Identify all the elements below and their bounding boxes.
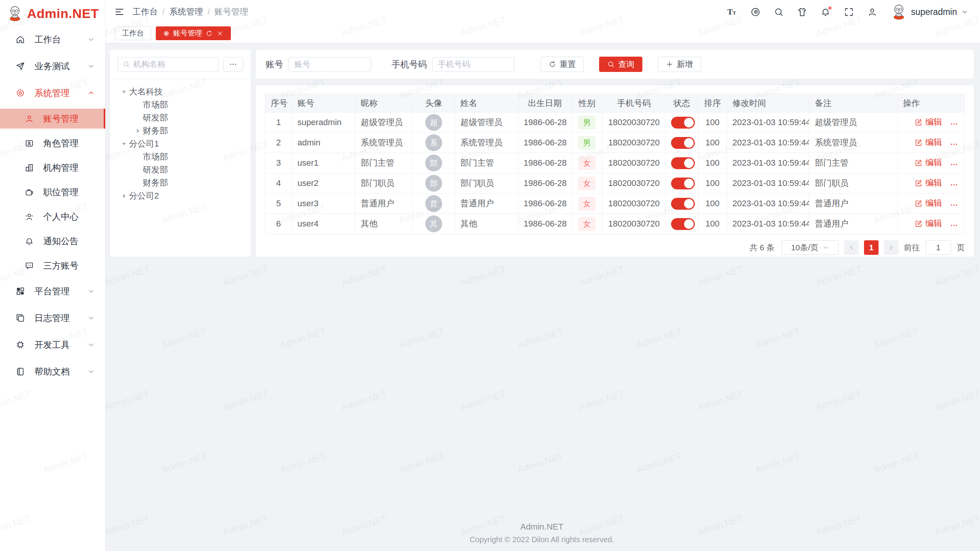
tree-node-4[interactable]: 分公司1 [113,137,248,150]
page-1-button[interactable]: 1 [864,240,879,255]
sidebar-subitem-2-1[interactable]: 角色管理 [0,133,105,153]
tab-1[interactable]: 账号管理 [156,26,231,40]
sidebar-item-5[interactable]: 开发工具 [0,334,105,356]
user-menu[interactable]: superadmin [890,3,969,20]
theme-shirt-icon[interactable] [797,7,807,17]
language-icon[interactable]: Φ [750,7,761,17]
sidebar-item-2[interactable]: 系统管理 [0,82,105,104]
breadcrumb-item[interactable]: 系统管理 [169,6,203,18]
row-more-button[interactable] [949,140,959,148]
cell-avatar: 部 [413,153,455,173]
cell-seq: 6 [265,214,292,234]
cell-nickname: 系统管理员 [355,133,413,153]
edit-button[interactable]: 编辑 [915,197,942,209]
cell-remark: 普通用户 [809,194,897,214]
toggle-knob [684,179,694,188]
status-toggle[interactable] [671,137,695,149]
add-button[interactable]: 新增 [658,57,701,72]
tree-node-8[interactable]: 分公司2 [113,189,248,202]
caret-down-icon[interactable] [120,140,128,148]
search-icon[interactable] [774,7,784,17]
goto-page-input[interactable] [925,240,951,255]
cell-order: 100 [698,214,727,234]
row-more-button[interactable] [949,120,959,128]
caret-down-icon[interactable] [120,88,128,96]
sidebar-item-3[interactable]: 平台管理 [0,280,105,302]
sidebar-subitem-2-6[interactable]: 三方账号 [0,256,105,276]
chevron-right-icon [888,244,895,251]
phone-filter-input[interactable] [432,57,514,72]
cell-time: 2023-01-03 10:59:44 [727,112,809,133]
status-toggle[interactable] [671,117,695,129]
sidebar-subitem-2-4[interactable]: 个人中心 [0,207,105,227]
org-search-box [118,57,219,72]
tree-node-0[interactable]: 大名科技 [113,85,248,98]
tree-node-5[interactable]: 市场部 [113,150,248,163]
sidebar-subitem-2-0[interactable]: 账号管理 [0,109,105,129]
row-more-button[interactable] [949,181,959,189]
tree-node-2[interactable]: 研发部 [113,111,248,124]
tree-node-7[interactable]: 财务部 [113,176,248,189]
cell-gender: 男 [572,133,602,153]
org-more-button[interactable] [223,57,243,72]
row-more-button[interactable] [949,221,959,230]
sidebar-item-0[interactable]: 工作台 [0,28,105,51]
chevron-down-icon [87,62,95,70]
sidebar-subitem-label: 账号管理 [43,113,94,125]
row-more-button[interactable] [949,201,959,209]
caret-right-icon[interactable] [120,192,128,200]
caret-right-icon[interactable] [134,127,142,135]
toggle-knob [684,118,694,127]
tree-node-1[interactable]: 市场部 [113,98,248,111]
org-search-input[interactable] [133,60,214,69]
sidebar-item-label: 系统管理 [34,87,87,99]
edit-button[interactable]: 编辑 [915,177,942,189]
sidebar-subitem-2-3[interactable]: 职位管理 [0,182,105,202]
sidebar: Admin.NET 工作台业务测试系统管理账号管理角色管理机构管理职位管理个人中… [0,0,106,551]
sidebar-item-4[interactable]: 日志管理 [0,307,105,329]
prev-page-button[interactable] [844,240,859,255]
sidebar-subitem-2-2[interactable]: 机构管理 [0,158,105,178]
tree-node-6[interactable]: 研发部 [113,163,248,176]
account-filter-input[interactable] [289,57,371,72]
cell-avatar: 系 [413,133,455,153]
status-toggle[interactable] [671,198,695,210]
edit-button[interactable]: 编辑 [915,218,942,229]
menu-fold-icon[interactable] [114,7,125,17]
cell-time: 2023-01-03 10:59:44 [727,194,809,214]
edit-button[interactable]: 编辑 [915,137,942,148]
font-size-icon[interactable]: TT [727,7,737,17]
tree-node-label: 分公司2 [129,190,159,202]
doc-icon [15,367,25,377]
row-more-button[interactable] [949,160,959,169]
tree-node-3[interactable]: 财务部 [113,124,248,137]
fullscreen-icon[interactable] [844,7,854,17]
avatar: 部 [425,175,442,192]
header-actions: TTΦsuperadmin [727,3,969,20]
cell-phone: 18020030720 [602,133,665,153]
edit-button[interactable]: 编辑 [915,157,942,168]
person-icon[interactable] [867,7,877,17]
cell-status [666,194,698,214]
search-button[interactable]: 查询 [599,57,642,72]
breadcrumb-item[interactable]: 工作台 [132,6,158,18]
sidebar-item-1[interactable]: 业务测试 [0,55,105,77]
reset-button[interactable]: 重置 [541,57,584,72]
page-unit-label: 页 [957,242,965,253]
status-toggle[interactable] [671,218,695,230]
tree-node-label: 财务部 [143,125,168,137]
cell-nickname: 普通用户 [355,194,413,214]
sidebar-subitem-2-5[interactable]: 通知公告 [0,231,105,251]
page-size-select[interactable]: 10条/页 [781,240,839,255]
status-toggle[interactable] [671,178,695,189]
tab-0[interactable]: 工作台 [115,26,151,40]
refresh-icon[interactable] [206,30,213,37]
notification-icon[interactable] [820,7,831,17]
cell-avatar: 普 [413,194,455,214]
org-tree-toolbar [110,50,251,79]
sidebar-item-6[interactable]: 帮助文档 [0,360,105,383]
status-toggle[interactable] [671,157,695,169]
next-page-button[interactable] [884,240,898,255]
edit-button[interactable]: 编辑 [915,116,942,128]
close-icon[interactable] [216,30,224,37]
